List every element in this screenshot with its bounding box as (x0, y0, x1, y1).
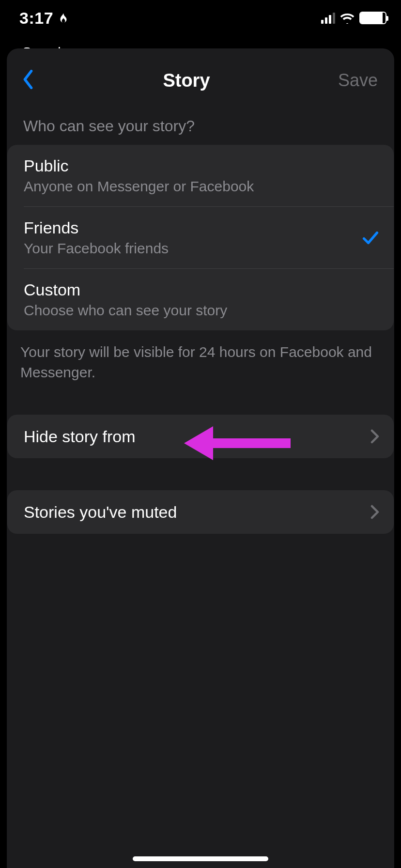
settings-sheet: Story Save Who can see your story? Publi… (7, 48, 394, 868)
back-button[interactable] (21, 70, 35, 91)
option-subtitle: Your Facebook friends (24, 240, 169, 257)
option-public[interactable]: Public Anyone on Messenger or Facebook (7, 145, 394, 206)
section-header: Who can see your story? (7, 108, 394, 145)
chevron-right-icon (370, 505, 379, 519)
status-bar: 3:17 (0, 0, 401, 43)
flame-icon (57, 11, 70, 26)
check-icon (362, 229, 379, 247)
status-time: 3:17 (19, 9, 53, 28)
wifi-icon (340, 12, 355, 24)
status-left: 3:17 (19, 9, 70, 28)
muted-stories-group: Stories you've muted (7, 490, 394, 534)
muted-stories-row[interactable]: Stories you've muted (7, 490, 394, 534)
home-indicator[interactable] (133, 856, 268, 861)
row-label: Stories you've muted (24, 503, 177, 522)
footer-note: Your story will be visible for 24 hours … (7, 330, 394, 383)
option-subtitle: Anyone on Messenger or Facebook (24, 178, 254, 195)
hide-story-group: Hide story from (7, 415, 394, 458)
option-title: Friends (24, 218, 169, 237)
chevron-right-icon (370, 429, 379, 444)
option-friends[interactable]: Friends Your Facebook friends (7, 207, 394, 268)
option-title: Public (24, 156, 254, 175)
battery-icon (359, 12, 386, 24)
status-right (321, 12, 386, 24)
option-custom[interactable]: Custom Choose who can see your story (7, 269, 394, 330)
nav-bar: Story Save (7, 48, 394, 108)
option-subtitle: Choose who can see your story (24, 302, 227, 319)
row-label: Hide story from (24, 427, 136, 446)
save-button[interactable]: Save (338, 70, 378, 91)
hide-story-row[interactable]: Hide story from (7, 415, 394, 458)
option-title: Custom (24, 280, 227, 299)
audience-group: Public Anyone on Messenger or Facebook F… (7, 145, 394, 330)
chevron-left-icon (21, 70, 35, 89)
cellular-icon (321, 12, 335, 24)
page-title: Story (163, 70, 210, 91)
